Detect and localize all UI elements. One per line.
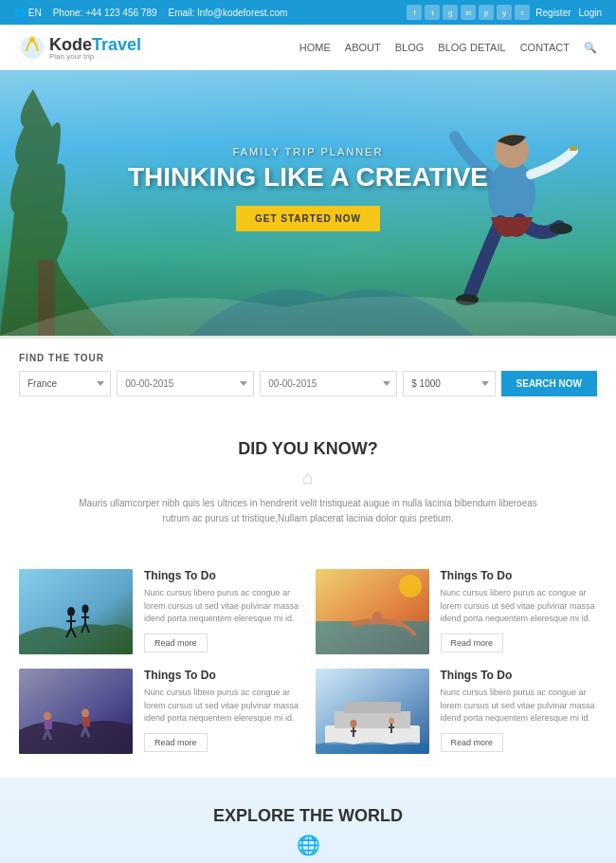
logo-text-wrap: KodeTravel Plan your trip [49, 35, 141, 61]
thing-content-1: Things To Do Nunc cursus libero purus ac… [144, 569, 301, 654]
register-link[interactable]: Register [535, 8, 571, 18]
email-info: Email: Info@kodeforest.com [169, 8, 288, 18]
svg-point-9 [67, 607, 75, 616]
language-selector[interactable]: 🌐 EN [14, 8, 42, 18]
thing-content-3: Things To Do Nunc cursus libero purus ac… [144, 669, 301, 754]
svg-point-16 [44, 712, 51, 721]
top-bar-info: 🌐 EN Phone: +44 123 456 789 Email: Info@… [14, 8, 287, 18]
nav-blog-detail[interactable]: BLOG DETAIL [438, 42, 505, 53]
thing-title-4: Things To Do [441, 669, 598, 682]
date2-input[interactable] [260, 371, 397, 396]
login-link[interactable]: Login [579, 8, 602, 18]
price-select[interactable]: $ 1000 [403, 371, 495, 396]
nav-links: HOME ABOUT BLOG BLOG DETAIL CONTACT 🔍 [299, 42, 597, 54]
thing-content-2: Things To Do Nunc cursus libero purus ac… [441, 569, 598, 654]
svg-point-14 [399, 575, 422, 597]
svg-point-25 [389, 718, 394, 725]
linkedin-icon[interactable]: in [461, 5, 476, 20]
svg-rect-22 [335, 711, 410, 728]
logo[interactable]: KodeTravel Plan your trip [19, 34, 141, 61]
search-bar: France $ 1000 SEARCH NOW [19, 371, 597, 396]
nav-about[interactable]: ABOUT [345, 42, 381, 53]
thing-card-1: Things To Do Nunc cursus libero purus ac… [19, 569, 301, 654]
hero-mountains [0, 222, 616, 336]
svg-rect-17 [45, 720, 52, 729]
thing-title-1: Things To Do [144, 569, 301, 582]
nav-home[interactable]: HOME [299, 42, 331, 53]
did-you-know-text: Mauris ullamcorper nibh quis les ultrice… [71, 496, 545, 526]
navbar: KodeTravel Plan your trip HOME ABOUT BLO… [0, 25, 616, 70]
thing-text-2: Nunc cursus libero purus ac congue ar lo… [441, 587, 598, 626]
things-to-do-grid: Things To Do Nunc cursus libero purus ac… [0, 555, 616, 778]
nav-blog[interactable]: BLOG [395, 42, 425, 53]
thing-image-2 [316, 569, 429, 654]
logo-icon [19, 34, 45, 61]
svg-point-1 [29, 37, 35, 43]
thing-title-2: Things To Do [441, 569, 598, 582]
search-button[interactable]: SEARCH NOW [501, 371, 597, 396]
did-you-know-section: DID YOU KNOW? ⌂ Mauris ullamcorper nibh … [0, 411, 616, 555]
google-plus-icon[interactable]: g [443, 5, 458, 20]
twitter-icon[interactable]: t [425, 5, 440, 20]
nav-contact[interactable]: CONTACT [520, 42, 570, 53]
thing-card-3: Things To Do Nunc cursus libero purus ac… [19, 669, 301, 754]
explore-title: EXPLORE THE WORLD [19, 806, 597, 826]
top-bar: 🌐 EN Phone: +44 123 456 789 Email: Info@… [0, 0, 616, 25]
thing-text-1: Nunc cursus libero purus ac congue ar lo… [144, 587, 301, 626]
read-more-btn-4[interactable]: Read more [441, 733, 504, 752]
read-more-btn-1[interactable]: Read more [144, 633, 208, 652]
location-select[interactable]: France [19, 371, 111, 396]
svg-rect-12 [316, 621, 429, 654]
hero-subtitle: FAMILY TRIP PLANNER [128, 146, 488, 157]
explore-section: EXPLORE THE WORLD 🌐 Mauris ullamcorper n… [0, 778, 616, 863]
read-more-btn-2[interactable]: Read more [441, 633, 504, 652]
social-icons: f t g in p y r [407, 5, 530, 20]
thing-image-4 [316, 669, 429, 754]
search-section: FIND THE TOUR France $ 1000 SEARCH NOW [0, 336, 616, 411]
svg-point-24 [350, 720, 356, 727]
read-more-btn-3[interactable]: Read more [144, 733, 208, 752]
home-icon: ⌂ [19, 467, 597, 488]
date1-input[interactable] [117, 371, 254, 396]
facebook-icon[interactable]: f [407, 5, 422, 20]
hero-cta-button[interactable]: GET STARTED NOW [236, 206, 380, 231]
globe-icon: 🌐 [19, 834, 597, 856]
hero-title: THINKING LIKE A CREATIVE [128, 163, 488, 193]
search-label: FIND THE TOUR [19, 353, 597, 363]
logo-kode: Kode [49, 35, 92, 54]
did-you-know-title: DID YOU KNOW? [19, 439, 597, 459]
hero-section: FAMILY TRIP PLANNER THINKING LIKE A CREA… [0, 70, 616, 336]
phone-info: Phone: +44 123 456 789 [53, 8, 157, 18]
pinterest-icon[interactable]: p [479, 5, 494, 20]
nav-search-icon[interactable]: 🔍 [584, 42, 597, 54]
thing-content-4: Things To Do Nunc cursus libero purus ac… [441, 669, 598, 754]
thing-image-3 [19, 669, 133, 754]
top-bar-right: f t g in p y r Register Login [407, 5, 602, 20]
auth-links: Register Login [535, 8, 602, 18]
svg-point-3 [488, 160, 535, 227]
thing-title-3: Things To Do [144, 669, 301, 682]
svg-rect-7 [570, 146, 577, 151]
youtube-icon[interactable]: y [497, 5, 512, 20]
rss-icon[interactable]: r [515, 5, 530, 20]
hero-content: FAMILY TRIP PLANNER THINKING LIKE A CREA… [128, 146, 488, 232]
svg-rect-19 [82, 717, 90, 726]
thing-text-3: Nunc cursus libero purus ac congue ar lo… [144, 687, 301, 725]
thing-card-2: Things To Do Nunc cursus libero purus ac… [316, 569, 598, 654]
thing-image-1 [19, 569, 133, 654]
svg-point-18 [82, 709, 89, 718]
svg-point-10 [82, 605, 89, 614]
logo-travel: Travel [92, 35, 141, 54]
thing-text-4: Nunc cursus libero purus ac congue ar lo… [441, 687, 598, 725]
svg-rect-23 [344, 702, 401, 713]
thing-card-4: Things To Do Nunc cursus libero purus ac… [316, 669, 598, 754]
